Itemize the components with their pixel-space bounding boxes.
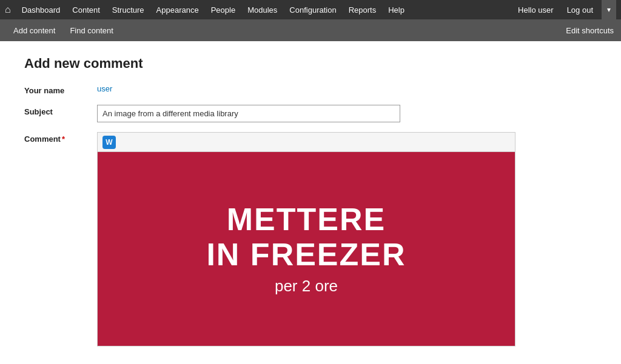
logout-link[interactable]: Log out [561,0,599,19]
required-star: * [62,134,65,144]
secondary-nav-links: Add content Find content [7,19,119,41]
your-name-label: Your name [24,84,97,95]
find-content-link[interactable]: Find content [64,19,119,41]
nav-right: Hello user Log out ▾ [513,0,616,19]
subject-row: Subject [24,105,597,122]
comment-editor-container: W METTERE IN FREEZER per 2 ore [97,132,597,346]
hello-user-text: Hello user [513,5,559,15]
user-link[interactable]: user [97,84,112,93]
editor-image: METTERE IN FREEZER per 2 ore [98,152,515,346]
edit-shortcuts-link[interactable]: Edit shortcuts [566,26,614,35]
editor-toolbar: W [98,133,515,152]
nav-content[interactable]: Content [66,0,106,19]
your-name-row: Your name user [24,84,597,95]
editor-w-button[interactable]: W [102,136,116,149]
comment-label: Comment* [24,132,97,144]
comment-editor[interactable]: W METTERE IN FREEZER per 2 ore [97,132,515,346]
nav-people[interactable]: People [205,0,241,19]
nav-reports[interactable]: Reports [343,0,383,19]
your-name-value: user [97,84,597,93]
top-navigation: ⌂ Dashboard Content Structure Appearance… [0,0,621,19]
image-text-sub: per 2 ore [275,277,338,296]
page-content: Add new comment Your name user Subject C… [0,41,621,364]
comment-row: Comment* W METTERE IN FREEZER per 2 ore [24,132,597,346]
subject-label: Subject [24,105,97,116]
nav-appearance[interactable]: Appearance [150,0,205,19]
secondary-navigation: Add content Find content Edit shortcuts [0,19,621,41]
nav-links: Dashboard Content Structure Appearance P… [16,0,513,19]
image-text-main: METTERE IN FREEZER [206,202,406,271]
page-title: Add new comment [24,56,597,71]
subject-value [97,105,597,122]
add-content-link[interactable]: Add content [7,19,61,41]
editor-content[interactable]: METTERE IN FREEZER per 2 ore [98,152,515,346]
nav-structure[interactable]: Structure [106,0,150,19]
nav-dashboard[interactable]: Dashboard [16,0,67,19]
nav-configuration[interactable]: Configuration [283,0,342,19]
nav-modules[interactable]: Modules [241,0,283,19]
subject-input[interactable] [97,105,400,122]
home-icon[interactable]: ⌂ [5,4,11,15]
dropdown-button[interactable]: ▾ [602,0,616,19]
nav-help[interactable]: Help [382,0,411,19]
